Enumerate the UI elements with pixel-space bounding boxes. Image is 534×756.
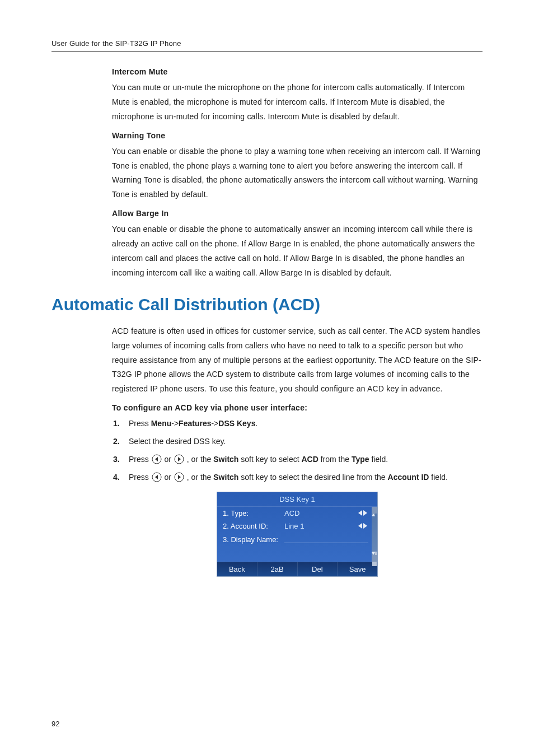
right-triangle-icon[interactable]: [363, 523, 367, 529]
softkey-save[interactable]: Save: [338, 562, 377, 576]
switch-label: Switch: [213, 473, 238, 482]
menu-label: Menu: [151, 419, 172, 428]
right-triangle-icon[interactable]: [363, 510, 367, 516]
running-header: User Guide for the SIP-T32G IP Phone: [51, 39, 483, 52]
text: .: [255, 419, 257, 428]
phone-rows: 1. Type: ACD 2. Account ID: Line 1: [217, 507, 377, 562]
step-1: Press Menu->Features->DSS Keys.: [125, 417, 483, 431]
features-label: Features: [179, 419, 211, 428]
sep: ->: [211, 419, 218, 428]
phone-scrollbar[interactable]: [372, 507, 377, 562]
heading-allow-barge-in: Allow Barge In: [112, 209, 483, 218]
right-arrow-icon: [174, 472, 184, 482]
softkey-bar: Back 2aB Del Save: [217, 562, 377, 576]
phone-row-spacer: [217, 547, 377, 562]
left-arrow-icon: [152, 454, 162, 464]
row-value: ACD: [284, 509, 352, 517]
svg-marker-5: [155, 475, 158, 479]
paragraph: You can enable or disable the phone to p…: [112, 144, 483, 203]
left-triangle-icon[interactable]: [358, 523, 362, 529]
row-value[interactable]: [284, 535, 375, 545]
section-heading-acd: Automatic Call Distribution (ACD): [51, 295, 483, 314]
softkey-2ab[interactable]: 2aB: [257, 562, 298, 576]
left-triangle-icon[interactable]: [358, 510, 362, 516]
softkey-del[interactable]: Del: [298, 562, 338, 576]
text: Press: [129, 455, 151, 464]
type-label: Type: [352, 455, 369, 464]
page-number: 92: [51, 720, 59, 728]
phone-row-account-id[interactable]: 2. Account ID: Line 1: [217, 520, 377, 533]
paragraph: ACD feature is often used in offices for…: [112, 324, 483, 396]
text: from the: [318, 455, 352, 464]
step-3: Press or , or the Switch soft key to sel…: [125, 452, 483, 467]
phone-row-type[interactable]: 1. Type: ACD: [217, 507, 377, 520]
heading-intercom-mute: Intercom Mute: [112, 67, 483, 76]
text: Press: [129, 473, 151, 482]
text: field.: [429, 473, 447, 482]
step-2: Select the desired DSS key.: [125, 435, 483, 449]
phone-screenshot: DSS Key 1 1. Type: ACD 2. Account ID: [217, 492, 378, 577]
right-arrow-icon: [174, 454, 184, 464]
account-id-label: Account ID: [388, 473, 429, 482]
step-4: Press or , or the Switch soft key to sel…: [125, 470, 483, 485]
phone-title: DSS Key 1: [217, 492, 377, 507]
scroll-up-icon[interactable]: [372, 507, 377, 514]
text: or: [162, 455, 174, 464]
heading-warning-tone: Warning Tone: [112, 131, 483, 140]
body-column: Intercom Mute You can mute or un-mute th…: [112, 67, 483, 281]
row-label: 3. Display Name:: [223, 535, 284, 544]
body-column: ACD feature is often used in offices for…: [112, 324, 483, 577]
acd-label: ACD: [301, 455, 318, 464]
steps-list: Press Menu->Features->DSS Keys. Select t…: [112, 417, 483, 485]
switch-label: Switch: [213, 455, 238, 464]
text: soft key to select the desired line from…: [238, 473, 387, 482]
svg-marker-7: [178, 475, 181, 479]
svg-marker-1: [155, 457, 158, 461]
row-label: 1. Type:: [223, 509, 284, 517]
row-label: 2. Account ID:: [223, 522, 284, 530]
procedure-title: To configure an ACD key via phone user i…: [112, 403, 483, 412]
text: Press: [129, 419, 151, 428]
text: field.: [369, 455, 388, 464]
softkey-back[interactable]: Back: [217, 562, 257, 576]
left-arrow-icon: [152, 472, 162, 482]
svg-marker-3: [178, 457, 181, 461]
paragraph: You can mute or un-mute the microphone o…: [112, 81, 483, 124]
display-name-input[interactable]: [284, 535, 368, 543]
text: , or the: [185, 473, 213, 482]
row-value: Line 1: [284, 522, 352, 530]
text: or: [162, 473, 174, 482]
dsskeys-label: DSS Keys: [218, 419, 255, 428]
paragraph: You can enable or disable the phone to a…: [112, 222, 483, 281]
sep: ->: [171, 419, 179, 428]
page: User Guide for the SIP-T32G IP Phone Int…: [0, 0, 534, 756]
text: soft key to select: [238, 455, 301, 464]
text: , or the: [185, 455, 213, 464]
phone-row-display-name[interactable]: 3. Display Name:: [217, 533, 377, 547]
scroll-down-icon[interactable]: [372, 555, 377, 562]
